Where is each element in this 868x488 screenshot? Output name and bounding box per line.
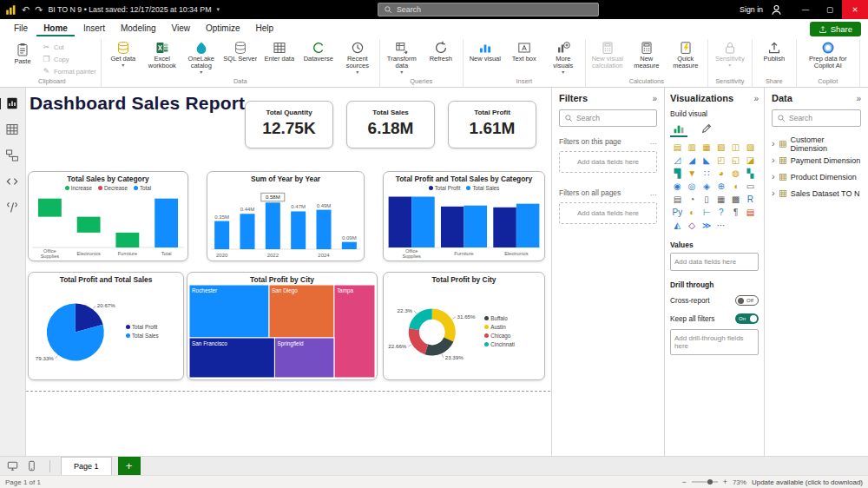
viz-type-icon[interactable]: ◐ — [685, 206, 700, 219]
treemap-plot[interactable]: RochesterSan DiegoTampaSan FranciscoSpri… — [189, 285, 375, 378]
viz-type-icon[interactable]: ◖ — [728, 180, 743, 193]
data-field-table[interactable]: › Customer Dimension — [772, 135, 861, 152]
viz-type-icon[interactable]: ◭ — [670, 219, 685, 232]
close-button[interactable]: ✕ — [842, 0, 868, 19]
global-search-input[interactable]: Search — [378, 3, 599, 16]
kpi-card[interactable]: Total Quantity 12.75K — [245, 101, 333, 148]
ribbon-button[interactable]: Dataverse — [299, 40, 338, 76]
view-rail-item[interactable] — [5, 148, 20, 163]
maximize-button[interactable]: ▢ — [818, 0, 842, 19]
ribbon-button[interactable]: Enter data — [260, 40, 299, 76]
ribbon-button[interactable]: Get data ▾ — [104, 40, 142, 76]
format-visual-tab[interactable] — [698, 121, 715, 137]
menu-tab[interactable]: Help — [248, 21, 280, 36]
ribbon-button[interactable]: Excel workbook — [143, 40, 181, 76]
viz-type-icon[interactable]: ▦ — [700, 141, 714, 154]
desktop-layout-icon[interactable] — [7, 459, 20, 472]
view-rail-item[interactable] — [5, 96, 20, 111]
collapse-data-icon[interactable]: » — [856, 94, 861, 103]
clipboard-small-button[interactable]: ❐ Copy — [40, 54, 98, 64]
data-field-table[interactable]: › Payment Dimension — [772, 152, 861, 168]
expand-chevron-icon[interactable]: › — [772, 188, 775, 198]
ribbon-button[interactable]: New visual calculation — [589, 40, 627, 76]
clipboard-small-button[interactable]: ✂ Cut — [40, 42, 98, 52]
ribbon-button[interactable]: Publish — [755, 40, 793, 76]
viz-type-icon[interactable]: R — [743, 193, 758, 206]
paste-button[interactable]: Paste — [6, 40, 39, 76]
undo-icon[interactable]: ↶ — [22, 5, 30, 15]
viz-type-icon[interactable]: ◰ — [713, 154, 728, 167]
donut-chart-plot[interactable]: 31.65%23.39%22.66%22.3% — [385, 285, 483, 378]
expand-chevron-icon[interactable]: › — [772, 172, 775, 181]
ribbon-button[interactable]: Refresh — [422, 40, 460, 76]
visual-total-sales-by-category[interactable]: Total Sales by Category Increase Decreas… — [28, 171, 188, 261]
kpi-card[interactable]: Total Profit 1.61M — [448, 101, 536, 148]
drill-through-dropzone[interactable]: Add drill-through fields here — [670, 329, 759, 355]
ribbon-button[interactable]: Prep data for Copilot AI — [799, 40, 857, 76]
minimize-button[interactable]: — — [793, 0, 818, 19]
cross-report-toggle[interactable]: Off — [735, 295, 759, 306]
add-data-fields-dropzone[interactable]: Add data fields here — [559, 151, 657, 173]
viz-type-icon[interactable]: ▚ — [743, 167, 758, 180]
values-dropzone[interactable]: Add data fields here — [670, 253, 759, 271]
viz-type-icon[interactable]: ▤ — [743, 206, 758, 219]
ribbon-button[interactable]: Transform data ▾ — [383, 40, 421, 76]
filters-search-input[interactable]: Search — [559, 109, 657, 127]
zoom-in-button[interactable]: + — [723, 478, 727, 486]
update-available-link[interactable]: Update available (click to download) — [752, 478, 863, 486]
report-title[interactable]: Dashboard Sales Report — [30, 93, 245, 114]
expand-chevron-icon[interactable]: › — [772, 139, 775, 148]
title-caret-icon[interactable]: ▾ — [217, 6, 220, 13]
ribbon-button[interactable]: OneLake catalog ▾ — [182, 40, 220, 76]
viz-type-icon[interactable]: ◫ — [728, 141, 743, 154]
ribbon-button[interactable]: Recent sources ▾ — [339, 40, 377, 76]
data-search-input[interactable]: Search — [772, 109, 861, 127]
mobile-layout-icon[interactable] — [26, 459, 39, 472]
viz-type-icon[interactable]: ⊕ — [713, 180, 728, 193]
menu-tab[interactable]: Home — [36, 21, 75, 36]
account-icon[interactable] — [770, 3, 783, 16]
zoom-out-button[interactable]: − — [681, 478, 686, 486]
data-field-table[interactable]: › Product Dimension — [772, 168, 861, 185]
redo-icon[interactable]: ↷ — [35, 5, 43, 15]
zoom-slider-knob[interactable] — [707, 479, 713, 485]
report-canvas[interactable]: Dashboard Sales Report Total Quantity 12… — [26, 88, 551, 456]
viz-type-icon[interactable]: ◈ — [700, 180, 714, 193]
viz-type-icon[interactable]: ◢ — [685, 154, 700, 167]
ribbon-button[interactable]: Sensitivity ▾ — [711, 40, 749, 76]
pie-chart-plot[interactable]: 20.67%79.33% — [30, 285, 124, 378]
viz-type-icon[interactable]: ◣ — [700, 154, 714, 167]
visual-sum-of-year-by-year[interactable]: Sum of Year by Year 0.35M0.44M0.58M0.47M… — [207, 171, 365, 261]
sign-in-button[interactable]: Sign in — [740, 5, 763, 14]
ribbon-button[interactable]: New measure — [628, 40, 666, 76]
viz-type-icon[interactable]: ▩ — [728, 193, 743, 206]
view-rail-item[interactable] — [5, 201, 20, 215]
visual-profit-by-city-treemap[interactable]: Total Profit by City RochesterSan DiegoT… — [187, 272, 378, 380]
menu-tab[interactable]: File — [7, 21, 35, 36]
viz-type-icon[interactable]: ⋯ — [713, 219, 728, 232]
viz-type-icon[interactable]: ▥ — [685, 141, 700, 154]
zoom-slider[interactable] — [692, 481, 718, 483]
clustered-column-chart-plot[interactable]: OfficeSuppliesFurnitureElectronics — [385, 191, 542, 259]
zoom-level[interactable]: 73% — [733, 478, 746, 486]
ribbon-button[interactable]: More visuals ▾ — [544, 40, 582, 76]
ribbon-button[interactable]: Text box — [505, 40, 543, 76]
viz-type-icon[interactable]: ▭ — [743, 180, 758, 193]
viz-type-icon[interactable]: ◱ — [728, 154, 743, 167]
viz-type-icon[interactable]: ? — [713, 206, 728, 219]
viz-type-icon[interactable]: ≫ — [700, 219, 714, 232]
viz-type-icon[interactable]: ▯ — [700, 193, 714, 206]
clipboard-small-button[interactable]: ✎ Format painter — [40, 66, 98, 76]
viz-type-icon[interactable]: ◔ — [685, 193, 700, 206]
build-visual-tab[interactable] — [670, 121, 687, 137]
view-rail-item[interactable] — [5, 122, 20, 137]
collapse-filters-icon[interactable]: » — [652, 94, 657, 103]
menu-tab[interactable]: Modeling — [114, 21, 163, 36]
viz-type-icon[interactable]: ▧ — [713, 141, 728, 154]
expand-chevron-icon[interactable]: › — [772, 155, 775, 165]
viz-type-icon[interactable]: ◪ — [743, 154, 758, 167]
viz-type-icon[interactable]: ⊢ — [700, 206, 714, 219]
visual-profit-and-sales-pie[interactable]: Total Profit and Total Sales 20.67%79.33… — [28, 272, 184, 380]
visual-profit-by-city-donut[interactable]: Total Profit by City 31.65%23.39%22.66%2… — [383, 272, 545, 380]
viz-type-icon[interactable]: ▼ — [685, 167, 700, 180]
